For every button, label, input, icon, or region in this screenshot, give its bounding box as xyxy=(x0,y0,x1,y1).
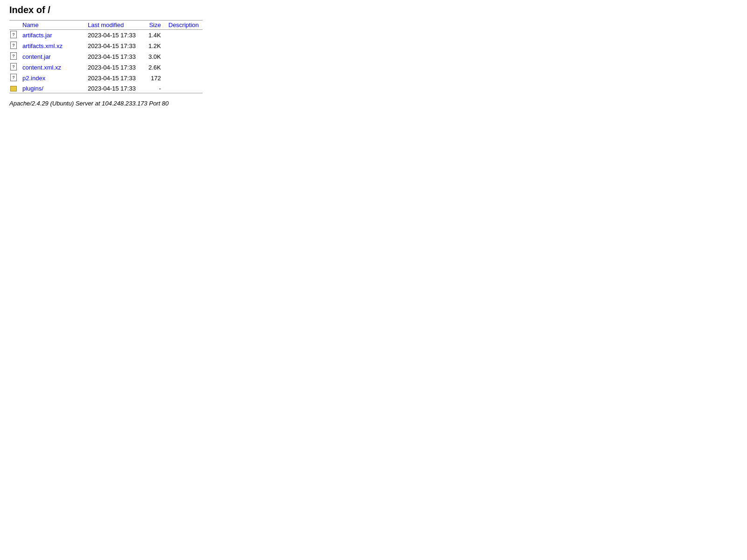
file-description-cell xyxy=(165,84,203,93)
file-description-cell xyxy=(165,41,203,51)
file-type-icon xyxy=(9,84,19,93)
table-row: plugins/2023-04-15 17:33- xyxy=(9,84,203,93)
file-name-cell[interactable]: p2.index xyxy=(19,73,84,84)
file-name-cell[interactable]: content.xml.xz xyxy=(19,62,84,73)
file-size-cell: - xyxy=(145,84,165,93)
file-size-cell: 2.6K xyxy=(145,62,165,73)
file-description-cell xyxy=(165,51,203,62)
file-icon xyxy=(10,43,17,50)
file-listing-table: Name Last modified Size Description arti… xyxy=(9,20,203,95)
size-sort-link[interactable]: Size xyxy=(149,21,161,28)
file-type-icon xyxy=(9,51,19,62)
table-footer-spacer xyxy=(9,93,203,96)
file-name-cell[interactable]: artifacts.jar xyxy=(19,30,84,41)
file-icon xyxy=(10,33,17,40)
file-description-cell xyxy=(165,62,203,73)
table-row: content.jar2023-04-15 17:333.0K xyxy=(9,51,203,62)
last-modified-col-header[interactable]: Last modified xyxy=(84,21,145,30)
file-date-cell: 2023-04-15 17:33 xyxy=(84,62,145,73)
file-name-cell[interactable]: plugins/ xyxy=(19,84,84,93)
folder-icon xyxy=(10,85,17,92)
file-name-cell[interactable]: artifacts.xml.xz xyxy=(19,41,84,51)
file-date-cell: 2023-04-15 17:33 xyxy=(84,30,145,41)
file-link[interactable]: artifacts.jar xyxy=(22,32,52,39)
table-row: artifacts.jar2023-04-15 17:331.4K xyxy=(9,30,203,41)
file-date-cell: 2023-04-15 17:33 xyxy=(84,73,145,84)
table-footer-row xyxy=(9,93,203,96)
file-size-cell: 3.0K xyxy=(145,51,165,62)
table-row: p2.index2023-04-15 17:33172 xyxy=(9,73,203,84)
table-header-row: Name Last modified Size Description xyxy=(9,21,203,30)
file-description-cell xyxy=(165,30,203,41)
file-type-icon xyxy=(9,41,19,51)
file-type-icon xyxy=(9,73,19,84)
file-size-cell: 172 xyxy=(145,73,165,84)
size-col-header[interactable]: Size xyxy=(145,21,165,30)
file-size-cell: 1.4K xyxy=(145,30,165,41)
file-icon xyxy=(10,76,17,83)
file-date-cell: 2023-04-15 17:33 xyxy=(84,41,145,51)
file-icon xyxy=(10,65,17,72)
name-col-header[interactable]: Name xyxy=(19,21,84,30)
file-icon xyxy=(10,54,17,61)
file-link[interactable]: content.jar xyxy=(22,54,51,61)
server-footer: Apache/2.4.29 (Ubuntu) Server at 104.248… xyxy=(9,100,738,107)
table-row: artifacts.xml.xz2023-04-15 17:331.2K xyxy=(9,41,203,51)
icon-col-header xyxy=(9,21,19,30)
file-link[interactable]: p2.index xyxy=(22,75,45,82)
page-title: Index of / xyxy=(9,5,738,15)
last-modified-sort-link[interactable]: Last modified xyxy=(88,21,124,28)
file-size-cell: 1.2K xyxy=(145,41,165,51)
file-date-cell: 2023-04-15 17:33 xyxy=(84,84,145,93)
description-sort-link[interactable]: Description xyxy=(169,21,199,28)
file-type-icon xyxy=(9,30,19,41)
file-link[interactable]: plugins/ xyxy=(22,85,43,92)
file-date-cell: 2023-04-15 17:33 xyxy=(84,51,145,62)
file-link[interactable]: artifacts.xml.xz xyxy=(22,43,63,50)
file-description-cell xyxy=(165,73,203,84)
table-row: content.xml.xz2023-04-15 17:332.6K xyxy=(9,62,203,73)
description-col-header[interactable]: Description xyxy=(165,21,203,30)
file-link[interactable]: content.xml.xz xyxy=(22,64,61,71)
file-name-cell[interactable]: content.jar xyxy=(19,51,84,62)
file-type-icon xyxy=(9,62,19,73)
name-sort-link[interactable]: Name xyxy=(22,21,39,28)
